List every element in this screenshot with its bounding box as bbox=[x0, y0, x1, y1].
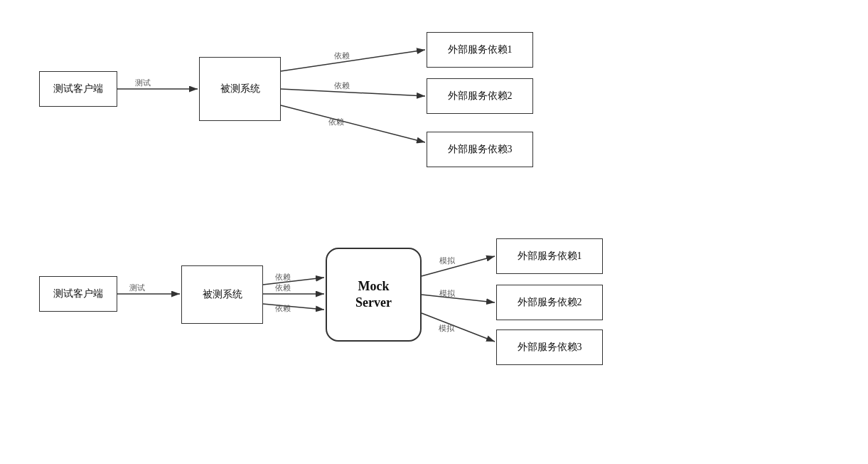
svg-text:模拟: 模拟 bbox=[439, 324, 455, 332]
svg-line-7 bbox=[281, 105, 425, 142]
bottom-dep3-box: 外部服务依赖3 bbox=[496, 329, 603, 365]
svg-text:模拟: 模拟 bbox=[439, 289, 456, 297]
bottom-dep1-box: 外部服务依赖1 bbox=[496, 238, 603, 274]
bottom-dep3-label: 外部服务依赖3 bbox=[518, 341, 582, 354]
svg-line-17 bbox=[422, 256, 495, 276]
arrows-svg: 测试 依赖 依赖 依赖 测试 依赖 依赖 依赖 模拟 模拟 模拟 bbox=[0, 0, 868, 464]
top-dep2-label: 外部服务依赖2 bbox=[448, 90, 513, 102]
svg-text:测试: 测试 bbox=[135, 78, 151, 87]
top-client-box: 测试客户端 bbox=[39, 71, 117, 107]
svg-line-21 bbox=[422, 313, 495, 342]
svg-text:依赖: 依赖 bbox=[275, 273, 291, 281]
top-dep3-box: 外部服务依赖3 bbox=[427, 132, 533, 167]
top-client-label: 测试客户端 bbox=[53, 83, 103, 95]
top-dep2-box: 外部服务依赖2 bbox=[427, 78, 533, 114]
svg-line-15 bbox=[263, 304, 324, 310]
svg-line-3 bbox=[281, 50, 425, 71]
svg-line-19 bbox=[422, 295, 495, 302]
bottom-dep2-box: 外部服务依赖2 bbox=[496, 285, 603, 320]
bottom-dep1-label: 外部服务依赖1 bbox=[518, 250, 582, 263]
bottom-system-box: 被测系统 bbox=[181, 265, 263, 324]
top-dep1-box: 外部服务依赖1 bbox=[427, 32, 533, 68]
svg-line-5 bbox=[281, 89, 425, 96]
svg-text:依赖: 依赖 bbox=[334, 81, 350, 90]
bottom-client-box: 测试客户端 bbox=[39, 276, 117, 312]
svg-text:依赖: 依赖 bbox=[328, 117, 344, 126]
svg-text:依赖: 依赖 bbox=[334, 51, 350, 60]
svg-text:依赖: 依赖 bbox=[275, 304, 291, 312]
bottom-system-label: 被测系统 bbox=[203, 288, 242, 301]
svg-text:测试: 测试 bbox=[129, 283, 145, 292]
diagram-container: 测试客户端 被测系统 外部服务依赖1 外部服务依赖2 外部服务依赖3 测试客户端… bbox=[0, 0, 868, 464]
top-system-label: 被测系统 bbox=[220, 83, 260, 95]
mock-server-label: MockServer bbox=[355, 278, 392, 312]
top-system-box: 被测系统 bbox=[199, 57, 281, 121]
mock-server-box: MockServer bbox=[326, 248, 422, 342]
top-dep1-label: 外部服务依赖1 bbox=[448, 43, 513, 56]
svg-line-11 bbox=[263, 278, 324, 285]
svg-text:模拟: 模拟 bbox=[439, 256, 456, 265]
bottom-dep2-label: 外部服务依赖2 bbox=[518, 296, 582, 309]
svg-text:依赖: 依赖 bbox=[275, 283, 291, 292]
top-dep3-label: 外部服务依赖3 bbox=[448, 143, 513, 156]
bottom-client-label: 测试客户端 bbox=[53, 288, 103, 300]
